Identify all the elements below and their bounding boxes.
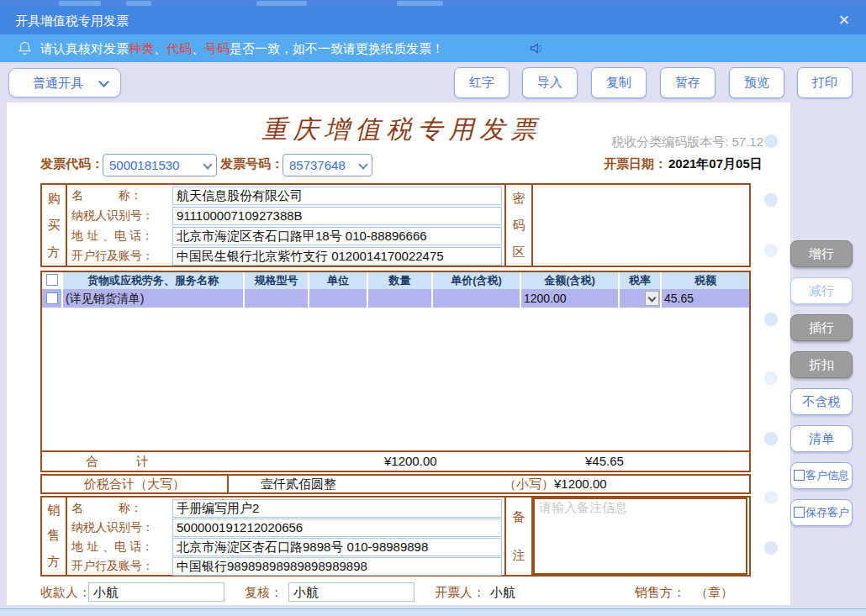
buyer-address-input[interactable]: 北京市海淀区杏石口路甲18号 010-88896666 <box>172 227 502 245</box>
drawer-value: 小航 <box>490 585 515 601</box>
decor-dot <box>764 371 778 385</box>
save-customer-checkbox[interactable] <box>794 507 805 518</box>
save-customer-button[interactable]: 保存客户 <box>790 499 853 526</box>
header-tax-rate: 税率 <box>620 272 662 289</box>
decor-dot <box>764 244 778 257</box>
print-button[interactable]: 打印 <box>797 67 853 98</box>
chevron-down-icon <box>203 160 212 169</box>
header-qty: 数量 <box>368 272 433 289</box>
totals-tax: ¥45.65 <box>585 454 624 468</box>
invoice-card: 重庆增值税专用发票 税收分类编码版本号: 57.12 发票代码： 5000181… <box>7 103 790 605</box>
tax-code-version-note: 税收分类编码版本号: 57.12 <box>503 134 763 150</box>
invoice-number-label: 发票号码： <box>220 156 283 172</box>
background-window-strip <box>0 608 866 616</box>
item-name-cell[interactable]: (详见销货清单) <box>63 289 245 308</box>
issue-mode-value: 普通开具 <box>33 69 83 97</box>
buyer-name-input[interactable]: 航天信息股份有限公司 <box>172 187 502 205</box>
sum-words-row: 价税合计（大写） 壹仟贰佰圆整 （小写）¥1200.00 <box>40 474 751 494</box>
payee-input[interactable]: 小航 <box>88 582 224 602</box>
invoice-dialog-window: 开具增值税专用发票 × 请认真核对发票种类、代码、号码是否一致，如不一致请更换纸… <box>0 0 866 616</box>
reviewer-input[interactable]: 小航 <box>288 582 415 602</box>
drawer-label: 开票人： <box>435 585 485 601</box>
header-amount: 金额(含税) <box>521 272 620 289</box>
totals-label: 合 计 <box>86 454 149 470</box>
seller-side-label: 销 售 方 <box>42 498 67 575</box>
field-label: 名 称： <box>69 188 172 203</box>
list-button[interactable]: 清单 <box>790 425 853 452</box>
item-qty-cell[interactable] <box>368 289 433 308</box>
decor-dot <box>764 491 778 504</box>
notice-message: 请认真核对发票种类、代码、号码是否一致，如不一致请更换纸质发票！ <box>40 34 444 62</box>
seller-box: 销 售 方 名 称：手册编写用户2 纳税人识别号：500000191212020… <box>40 496 751 577</box>
customer-info-button[interactable]: 客户信息 <box>790 462 853 489</box>
chevron-down-icon <box>98 76 109 87</box>
totals-amount: ¥1200.00 <box>384 454 437 468</box>
titlebar: 开具增值税专用发票 × <box>0 7 866 34</box>
select-all-checkbox[interactable] <box>46 274 58 286</box>
decor-dot <box>764 193 778 207</box>
seller-taxid-input[interactable]: 500000191212020656 <box>172 519 502 537</box>
header-unit: 单位 <box>309 272 368 289</box>
notice-bar: 请认真核对发票种类、代码、号码是否一致，如不一致请更换纸质发票！ <box>0 34 866 62</box>
item-unit-cell[interactable] <box>309 289 368 308</box>
invoice-number-select[interactable]: 85737648 <box>283 154 372 176</box>
password-zone-area[interactable] <box>533 185 749 266</box>
add-row-button[interactable]: 增行 <box>790 240 853 267</box>
background-window-strip <box>0 0 866 7</box>
buyer-fields: 名 称：航天信息股份有限公司 纳税人识别号：91110000710927388B… <box>69 186 504 266</box>
item-amount-cell[interactable]: 1200.00 <box>521 289 620 308</box>
field-label: 纳税人识别号： <box>69 520 172 535</box>
bell-icon <box>17 40 33 60</box>
customer-info-checkbox[interactable] <box>794 470 805 481</box>
window-title: 开具增值税专用发票 <box>15 7 129 34</box>
remark-placeholder: 请输入备注信息 <box>539 500 627 516</box>
preview-button[interactable]: 预览 <box>729 67 784 98</box>
header-item-name: 货物或应税劳务、服务名称 <box>63 272 245 289</box>
background-icon-fragment <box>256 1 307 6</box>
close-icon[interactable]: × <box>832 8 856 32</box>
row-checkbox[interactable] <box>46 292 58 304</box>
speaker-icon[interactable] <box>528 39 546 61</box>
copy-button[interactable]: 复制 <box>591 67 647 98</box>
insert-row-button[interactable]: 插行 <box>790 314 853 341</box>
header-spec: 规格型号 <box>245 272 309 289</box>
red-letter-button[interactable]: 红字 <box>454 67 510 98</box>
select-all-cell <box>42 272 63 289</box>
password-zone-label: 密 码 区 <box>504 185 533 266</box>
buyer-box: 购 买 方 名 称：航天信息股份有限公司 纳税人识别号：911100007109… <box>40 183 751 267</box>
items-table-header: 货物或应税劳务、服务名称 规格型号 单位 数量 单价(含税) 金额(含税) 税率… <box>42 272 749 289</box>
payee-label: 收款人： <box>40 585 91 601</box>
buyer-bank-input[interactable]: 中国民生银行北京紫竹支行 0120014170022475 <box>172 247 502 266</box>
remark-textarea[interactable]: 请输入备注信息 <box>533 498 747 575</box>
item-unit-price-cell[interactable] <box>433 289 521 308</box>
discount-button[interactable]: 折扣 <box>790 351 853 378</box>
decor-dot <box>764 313 778 326</box>
issue-mode-select[interactable]: 普通开具 <box>8 68 121 97</box>
background-icon-fragment <box>397 1 443 6</box>
seller-bank-input[interactable]: 中国银行98989898989898989898 <box>172 557 502 576</box>
background-icon-fragment <box>126 1 151 6</box>
decor-dot <box>764 134 778 148</box>
remark-side-label: 备 注 <box>504 498 533 575</box>
item-row[interactable]: (详见销货清单) 1200.00 45.65 <box>42 289 749 308</box>
header-tax: 税额 <box>662 272 749 289</box>
item-tax-cell[interactable]: 45.65 <box>662 289 749 308</box>
invoice-code-label: 发票代码： <box>40 156 103 172</box>
hold-button[interactable]: 暂存 <box>660 67 716 98</box>
totals-row: 合 计 ¥1200.00 ¥45.65 <box>42 450 749 471</box>
field-label: 开户行及账号： <box>69 559 172 574</box>
tax-rate-dropdown[interactable] <box>645 291 659 306</box>
invoice-date-value: 2021年07月05日 <box>668 156 763 172</box>
field-label: 开户行及账号： <box>69 249 172 264</box>
buyer-taxid-input[interactable]: 91110000710927388B <box>172 207 502 225</box>
seller-name-input[interactable]: 手册编写用户2 <box>172 499 502 518</box>
invoice-number-value: 85737648 <box>289 155 346 176</box>
seller-address-input[interactable]: 北京市海淀区杏石口路9898号 010-98989898 <box>172 538 502 556</box>
remove-row-button[interactable]: 减行 <box>790 277 853 304</box>
sum-words-value: 壹仟贰佰圆整 <box>261 476 336 492</box>
invoice-code-select[interactable]: 5000181530 <box>103 154 217 176</box>
item-tax-rate-cell[interactable] <box>620 289 662 308</box>
import-button[interactable]: 导入 <box>522 67 578 98</box>
excl-tax-button[interactable]: 不含税 <box>790 388 853 415</box>
item-spec-cell[interactable] <box>245 289 309 308</box>
